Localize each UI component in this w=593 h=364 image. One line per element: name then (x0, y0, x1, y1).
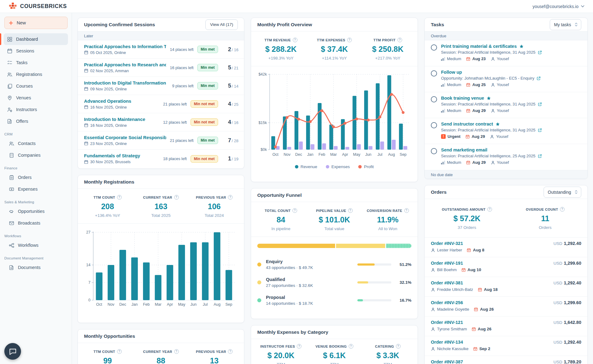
help-chat-button[interactable] (4, 343, 21, 360)
sidebar-item-workflows[interactable]: Workflows (4, 239, 68, 251)
stat-previous-year: PREVIOUS YEAR? 106 Total 2024 (187, 195, 241, 218)
task-checkbox[interactable] (431, 96, 437, 102)
registration-count: 2/ 16 (222, 46, 238, 53)
help-icon[interactable]: ? (397, 38, 402, 42)
external-link-icon[interactable] (538, 102, 542, 106)
help-icon[interactable]: ? (228, 349, 233, 354)
person-icon (431, 287, 435, 292)
help-icon[interactable]: ? (404, 208, 409, 213)
external-link-icon[interactable] (538, 50, 542, 55)
task-link[interactable]: Follow up (441, 70, 462, 75)
task-due-date: Aug 25 (466, 82, 486, 87)
help-icon[interactable]: ? (174, 349, 179, 354)
session-row[interactable]: Essential Corporate Social Responsibili.… (78, 131, 244, 150)
order-link[interactable]: Order #INV-256 (431, 300, 463, 305)
task-row: Follow up Opportunity: Johnathan McLaugh… (425, 66, 587, 92)
session-link[interactable]: Essential Corporate Social Responsibili.… (84, 135, 166, 140)
sidebar-item-orders[interactable]: Orders (4, 172, 68, 183)
session-row[interactable]: Practical Approaches to Information T...… (78, 40, 244, 59)
account-menu[interactable]: yousef@coursebricks.io (532, 4, 584, 9)
session-link[interactable]: Introduction to Maintenance (84, 117, 159, 122)
sidebar-item-companies[interactable]: Companies (4, 149, 68, 161)
help-icon[interactable]: ? (560, 207, 565, 212)
sidebar-item-expenses[interactable]: Expenses (4, 183, 68, 195)
session-row[interactable]: Fundamentals of Strategy 30 Nov 2025, Br… (78, 150, 244, 168)
help-icon[interactable]: ? (396, 344, 401, 349)
help-icon[interactable]: ? (349, 344, 353, 349)
help-icon[interactable]: ? (347, 38, 352, 42)
min-status-badge: Min met (197, 46, 218, 53)
task-association: Session: Practical Artificial Intelligen… (441, 50, 536, 55)
task-link[interactable]: Send instructor contract (441, 122, 493, 126)
session-row[interactable]: Advanced Operations 16 Nov 2025, Online … (78, 95, 244, 113)
sidebar-item-dashboard[interactable]: Dashboard (4, 33, 68, 45)
session-row[interactable]: Introduction to Digital Transformation 0… (78, 77, 244, 95)
legend-expenses: Expenses (326, 164, 350, 169)
order-link[interactable]: Order #INV-121 (431, 320, 463, 325)
order-link[interactable]: Order #INV-321 (431, 241, 463, 246)
sidebar-item-opportunities[interactable]: Opportunities (4, 205, 68, 217)
view-all-button[interactable]: View All (17) (205, 19, 238, 30)
sidebar-item-venues[interactable]: Venues (4, 92, 68, 104)
help-icon[interactable]: ? (117, 349, 122, 354)
section-label: CRM (4, 132, 67, 136)
tasks-filter-select[interactable]: My tasks (550, 19, 581, 30)
external-link-icon[interactable] (536, 76, 541, 81)
session-date: 16 Nov 2025, Online (90, 105, 127, 110)
external-link-icon[interactable] (538, 128, 542, 132)
session-date: 30 Nov 2025, Brussels (90, 159, 131, 164)
session-link[interactable]: Practical Approaches to Research and ... (84, 62, 166, 67)
help-icon[interactable]: ? (174, 195, 179, 200)
session-link[interactable]: Introduction to Digital Transformation (84, 81, 168, 85)
sidebar-item-offers[interactable]: Offers (4, 115, 68, 127)
star-icon[interactable] (486, 96, 491, 101)
sidebar-item-instructors[interactable]: Instructors (4, 104, 68, 115)
external-link-icon[interactable] (538, 154, 542, 158)
task-checkbox[interactable] (431, 70, 437, 77)
new-button[interactable]: New (4, 17, 68, 29)
help-icon[interactable]: ? (348, 208, 353, 213)
calendar-icon (84, 123, 88, 127)
order-link[interactable]: Order #INV-191 (431, 261, 463, 266)
task-link[interactable]: Book training venue (441, 96, 484, 101)
sidebar-item-courses[interactable]: Courses (4, 80, 68, 92)
session-link[interactable]: Practical Approaches to Information T... (84, 44, 166, 49)
task-checkbox[interactable] (431, 148, 437, 154)
orders-filter-select[interactable]: Outstanding (544, 187, 582, 198)
star-icon[interactable] (495, 122, 500, 126)
task-checkbox[interactable] (431, 122, 437, 128)
help-icon[interactable]: ? (292, 208, 297, 213)
task-checkbox[interactable] (431, 44, 437, 51)
order-customer: Tyrone Smitham (431, 327, 467, 331)
sidebar-item-sessions[interactable]: Sessions (4, 45, 68, 57)
order-link[interactable]: Order #INV-381 (431, 280, 463, 285)
help-icon[interactable]: ? (293, 38, 297, 42)
chevron-down-icon (581, 5, 584, 7)
svg-text:Mar: Mar (330, 152, 337, 157)
sidebar-item-tasks[interactable]: Tasks (4, 57, 68, 68)
sidebar-item-contacts[interactable]: Contacts (4, 138, 68, 149)
session-row[interactable]: Practical Approaches to Research and ...… (78, 59, 244, 77)
stage-dot-icon (257, 298, 261, 302)
help-icon[interactable]: ? (487, 207, 492, 212)
order-link[interactable]: Order #INV-387 (431, 359, 463, 364)
session-link[interactable]: Fundamentals of Strategy (84, 153, 159, 158)
help-icon[interactable]: ? (228, 195, 233, 200)
session-link[interactable]: Advanced Operations (84, 99, 159, 104)
sidebar-item-registrations[interactable]: Registrations (4, 68, 68, 80)
order-amount: USD1,292.40 (553, 280, 581, 285)
sidebar-item-documents[interactable]: Documents (4, 262, 68, 273)
task-link[interactable]: Print training material & certificates (441, 44, 517, 49)
sidebar-item-broadcasts[interactable]: Broadcasts (4, 217, 68, 229)
help-icon[interactable]: ? (297, 344, 301, 349)
order-customer: Nichole Kassulke (431, 346, 469, 351)
order-due-date: Sep 2 (473, 346, 490, 351)
document-icon (9, 265, 14, 270)
order-link[interactable]: Order #INV-134 (431, 340, 463, 345)
help-icon[interactable]: ? (117, 195, 122, 200)
task-link[interactable]: Send marketing email (441, 147, 487, 152)
brand-logo[interactable]: COURSEBRICKS (9, 2, 67, 10)
star-icon[interactable] (519, 44, 524, 49)
stat-instructor-fees: INSTRUCTOR FEES? $ 20.0K TTM (254, 344, 308, 364)
session-row[interactable]: Introduction to Maintenance 16 Nov 2025,… (78, 113, 244, 131)
